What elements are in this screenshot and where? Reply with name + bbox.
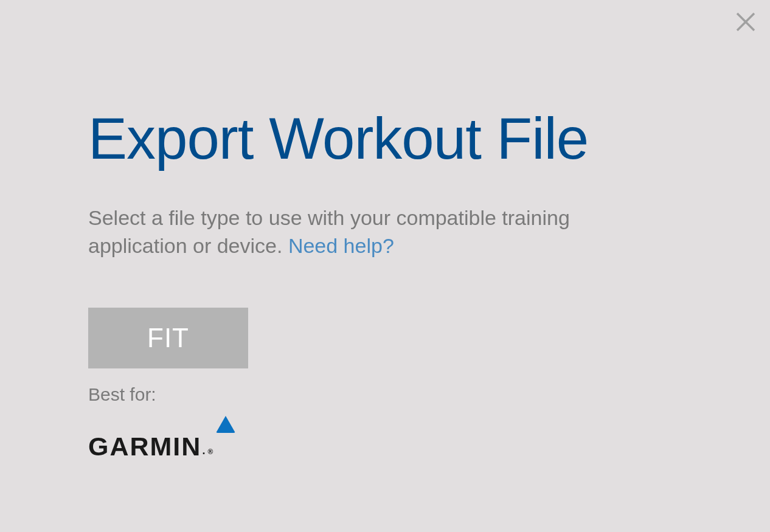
help-link[interactable]: Need help?	[288, 234, 394, 257]
close-icon	[736, 24, 755, 33]
close-button[interactable]	[736, 12, 755, 32]
export-dialog: Export Workout File Select a file type t…	[0, 0, 669, 461]
garmin-triangle-icon	[216, 416, 235, 433]
dialog-description: Select a file type to use with your comp…	[88, 204, 669, 260]
dialog-title: Export Workout File	[88, 109, 669, 168]
fit-file-button[interactable]: FIT	[88, 308, 248, 368]
best-for-label: Best for:	[88, 384, 669, 405]
garmin-brand-text: GARMIN.®	[88, 432, 214, 461]
garmin-logo: GARMIN.®	[88, 416, 248, 461]
